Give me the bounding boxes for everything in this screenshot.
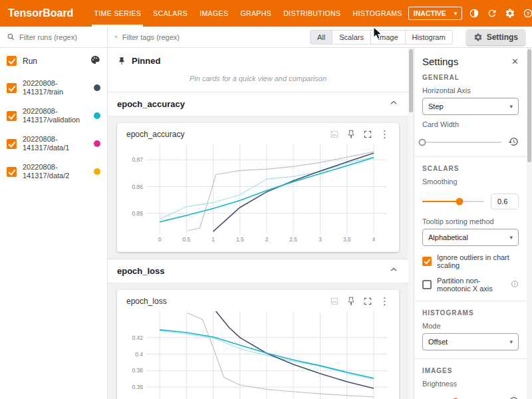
section-header-epoch-loss[interactable]: epoch_loss [108, 259, 408, 283]
top-bar-actions: INACTIVE ▾ ? [408, 7, 532, 20]
main-nav: TIME SERIES SCALARS IMAGES GRAPHS DISTRI… [88, 0, 408, 27]
ignore-outliers-row[interactable]: Ignore outliers in chart scaling [422, 253, 519, 269]
filter-scalars-button[interactable]: Scalars [332, 30, 371, 45]
partition-x-axis-checkbox[interactable] [422, 280, 432, 289]
run-name-line2: 141317/data/1 [23, 144, 69, 152]
run-name-line1: 20220808- [23, 79, 58, 87]
reset-icon[interactable] [508, 136, 519, 148]
epoch-accuracy-card: epoch_accuracy ⋮ 00.511.522.533.540.850.… [117, 123, 399, 252]
pinned-title: Pinned [132, 56, 160, 66]
run-checkbox[interactable] [7, 167, 17, 177]
svg-text:1: 1 [211, 236, 215, 243]
ignore-outliers-checkbox[interactable] [422, 257, 432, 266]
reload-status-dropdown[interactable]: INACTIVE ▾ [408, 7, 463, 20]
tab-graphs[interactable]: GRAPHS [234, 0, 277, 27]
cards-main-area: Pinned Pin cards for a quick view and co… [108, 48, 408, 399]
partition-x-axis-row[interactable]: Partition non-monotonic X axis [422, 277, 519, 293]
fullscreen-icon[interactable] [363, 130, 372, 139]
histogram-mode-value: Offset [428, 338, 448, 346]
svg-text:0.86: 0.86 [132, 184, 143, 190]
horizontal-axis-dropdown[interactable]: Step ▾ [422, 98, 519, 115]
pin-outline-icon[interactable] [346, 297, 356, 306]
runs-header-row[interactable]: Run [0, 48, 107, 74]
filter-all-button[interactable]: All [310, 30, 332, 45]
tag-filter-toolbar: All Scalars Image Histogram Settings [108, 27, 532, 48]
image-toggle-icon[interactable] [330, 297, 339, 306]
histogram-mode-dropdown[interactable]: Offset ▾ [422, 333, 519, 350]
smoothing-slider[interactable] [422, 201, 484, 202]
tab-images[interactable]: IMAGES [194, 0, 234, 27]
run-color-dot [94, 140, 100, 147]
palette-icon[interactable] [90, 55, 100, 67]
reset-icon[interactable] [508, 396, 519, 399]
divider [414, 358, 527, 359]
info-icon[interactable] [511, 280, 519, 289]
epoch-accuracy-chart[interactable]: 00.511.522.533.540.850.860.87 [122, 140, 394, 245]
run-checkbox[interactable] [7, 111, 17, 121]
brightness-label: Brightness [422, 380, 519, 388]
chevron-down-icon: ▾ [509, 234, 513, 241]
run-row-validation[interactable]: 20220808-141317/validation [0, 102, 107, 130]
kebab-menu-icon[interactable]: ⋮ [380, 130, 390, 139]
scalars-section-label: SCALARS [422, 165, 519, 172]
settings-button[interactable]: Settings [466, 29, 525, 45]
run-color-dot [94, 84, 100, 91]
partition-x-axis-label: Partition non-monotonic X axis [437, 277, 505, 293]
run-checkbox[interactable] [7, 139, 17, 149]
card-width-slider[interactable] [422, 142, 501, 143]
close-icon[interactable]: ✕ [511, 57, 519, 66]
main-scrollbar[interactable] [408, 48, 414, 399]
run-checkbox[interactable] [7, 83, 17, 93]
svg-text:1.5: 1.5 [236, 236, 244, 243]
tab-distributions[interactable]: DISTRIBUTIONS [277, 0, 346, 27]
svg-text:?: ? [527, 11, 530, 17]
settings-button-label: Settings [487, 33, 518, 42]
chevron-up-icon[interactable] [388, 265, 399, 277]
divider [414, 301, 527, 301]
run-row-data-2[interactable]: 20220808-141317/data/2 [0, 158, 107, 186]
histograms-section-label: HISTOGRAMS [422, 309, 519, 317]
svg-text:0.4: 0.4 [135, 351, 143, 358]
run-row-data-1[interactable]: 20220808-141317/data/1 [0, 130, 107, 158]
tab-histograms[interactable]: HISTOGRAMS [346, 0, 408, 27]
tooltip-sorting-dropdown[interactable]: Alphabetical ▾ [422, 229, 519, 246]
chevron-up-icon[interactable] [388, 98, 399, 110]
pin-outline-icon[interactable] [346, 130, 356, 139]
smoothing-value-input[interactable]: 0.6 [491, 194, 519, 209]
tab-scalars[interactable]: SCALARS [147, 0, 194, 27]
help-icon[interactable]: ? [522, 7, 532, 19]
fullscreen-icon[interactable] [363, 297, 372, 306]
svg-text:4: 4 [372, 236, 376, 243]
runs-filter-input[interactable] [19, 33, 100, 41]
epoch-loss-card-zone: epoch_loss ⋮ 00.511.522.533.540.360.380.… [108, 283, 408, 399]
settings-panel-title: Settings [422, 56, 458, 67]
svg-text:0.5: 0.5 [182, 236, 190, 243]
run-row-train[interactable]: 20220808-141317/train [0, 74, 107, 102]
run-name-line2: 141317/validation [23, 116, 80, 124]
divider [414, 156, 527, 157]
section-header-epoch-accuracy[interactable]: epoch_accuracy [108, 92, 408, 116]
run-name-line2: 141317/data/2 [23, 172, 69, 180]
run-color-dot [94, 168, 100, 175]
svg-text:3: 3 [319, 236, 322, 243]
gear-icon[interactable] [504, 7, 516, 19]
tags-filter-input[interactable] [122, 33, 306, 41]
main-scrollbar-thumb[interactable] [409, 49, 413, 112]
horizontal-axis-label: Horizontal Axis [422, 86, 519, 94]
theme-contrast-icon[interactable] [468, 7, 480, 19]
tab-time-series[interactable]: TIME SERIES [88, 0, 147, 27]
select-all-runs-checkbox[interactable] [7, 56, 17, 66]
refresh-icon[interactable] [486, 7, 498, 19]
ignore-outliers-label: Ignore outliers in chart scaling [437, 253, 519, 269]
section-title: epoch_accuracy [117, 99, 185, 109]
epoch-loss-chart[interactable]: 00.511.522.533.540.360.380.40.42 [122, 307, 394, 399]
pinned-empty-hint: Pin cards for a quick view and compariso… [117, 74, 399, 82]
run-name-line1: 20220808- [23, 163, 58, 171]
settings-scrollbar-thumb[interactable] [527, 49, 531, 162]
filter-image-button[interactable]: Image [371, 30, 406, 45]
svg-text:0.42: 0.42 [132, 334, 143, 341]
settings-scrollbar[interactable] [527, 48, 532, 399]
filter-histogram-button[interactable]: Histogram [406, 30, 453, 45]
image-toggle-icon[interactable] [330, 130, 339, 139]
kebab-menu-icon[interactable]: ⋮ [380, 297, 390, 306]
